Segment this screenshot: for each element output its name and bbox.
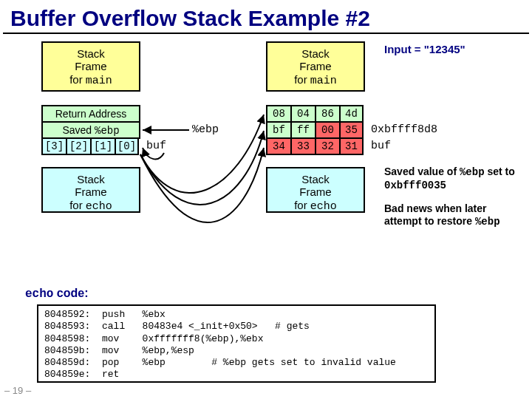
ret-byte: 08 [266, 105, 290, 123]
text: Frame [299, 185, 331, 198]
ret-byte: 86 [315, 105, 339, 123]
right-buf-label: buf [371, 140, 391, 152]
right-echo-frame: Stack Frame for echo [266, 167, 365, 213]
buf-cell: [0] [115, 137, 139, 155]
text: for [294, 73, 310, 86]
left-ebp-label: %ebp [192, 123, 219, 136]
right-main-frame: Stack Frame for main [266, 41, 365, 92]
sebp-byte: ff [290, 121, 315, 139]
t: code: [53, 287, 88, 299]
left-echo-frame: Stack Frame for echo [41, 167, 140, 213]
t: Saved value of [384, 166, 460, 177]
text: for [294, 199, 310, 211]
page-title: Buffer Overflow Stack Example #2 [0, 0, 532, 33]
t: %ebp [475, 216, 500, 228]
text: Stack [301, 173, 330, 185]
t: Bad news when later attempt to restore [384, 202, 486, 227]
ret-byte: 4d [339, 105, 364, 123]
text: Frame [299, 60, 331, 72]
text: for [69, 73, 86, 86]
text: Frame [75, 185, 106, 198]
t: 0xbfff0035 [384, 180, 446, 191]
text: echo [310, 200, 337, 213]
text: Stack [301, 47, 330, 60]
t: set to [485, 166, 515, 177]
text: for [69, 199, 86, 211]
diagram-area: Stack Frame for main Return Address Save… [0, 38, 532, 369]
text: Stack [77, 47, 105, 60]
code-block: 8048592: push %ebx 8048593: call 80483e4… [37, 304, 436, 383]
text: Frame [75, 60, 106, 72]
text: echo [86, 200, 112, 213]
buf-cell: [1] [90, 137, 115, 155]
left-buf-row: [3] [2] [1] [0] [41, 137, 139, 155]
note-bad-news: Bad news when later attempt to restore %… [384, 202, 525, 228]
right-sebp-label: 0xbffff8d8 [371, 123, 437, 136]
sebp-byte: bf [266, 121, 290, 139]
buf-byte: 32 [315, 137, 339, 155]
left-main-frame: Stack Frame for main [41, 41, 140, 92]
buf-cell: [3] [41, 137, 66, 155]
code-caption: echo code: [25, 287, 89, 301]
t: echo [25, 287, 53, 301]
text: Return Address [55, 108, 127, 120]
input-label: Input = "12345" [384, 43, 466, 55]
buf-byte: 31 [339, 137, 364, 155]
ret-byte: 04 [290, 105, 315, 123]
right-buf-row: 34 33 32 31 [266, 137, 364, 155]
right-return-row: 08 04 86 4d [266, 105, 364, 123]
text: main [310, 75, 337, 87]
buf-byte: 33 [290, 137, 315, 155]
buf-byte: 34 [266, 137, 290, 155]
sebp-byte-overwritten: 00 [315, 121, 339, 139]
left-buf-label: buf [146, 140, 166, 152]
page-number: – 19 – [4, 385, 31, 396]
left-return-address: Return Address [41, 105, 140, 123]
text: Saved [62, 124, 95, 136]
left-saved-ebp: Saved %ebp [41, 121, 140, 139]
sebp-byte-overwritten: 35 [339, 121, 364, 139]
text: %ebp [95, 125, 120, 137]
title-rule [3, 33, 529, 34]
right-savedebp-row: bf ff 00 35 [266, 121, 364, 139]
buf-cell: [2] [66, 137, 90, 155]
text: main [86, 75, 112, 87]
t: %ebp [460, 166, 485, 178]
note-saved-ebp: Saved value of %ebp set to 0xbfff0035 [384, 166, 525, 192]
text: Stack [77, 173, 105, 185]
